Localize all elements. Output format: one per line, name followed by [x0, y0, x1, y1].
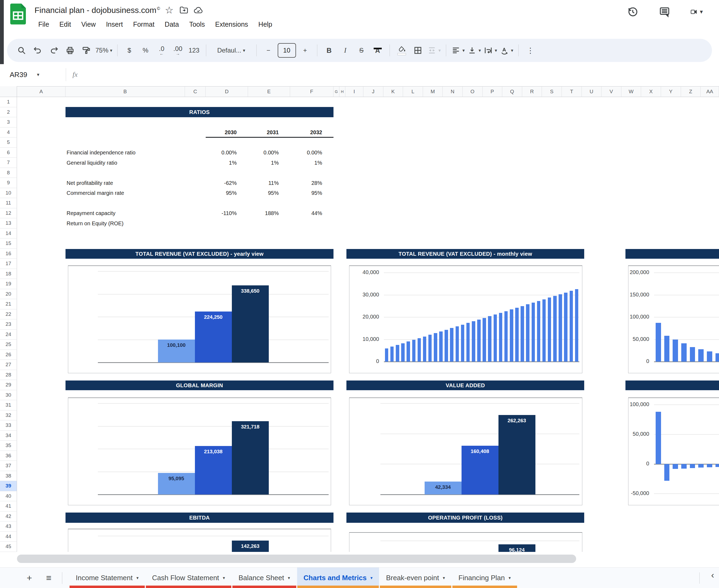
row-header-36[interactable]: 36	[0, 451, 17, 461]
chevron-down-icon[interactable]: ▾	[509, 575, 511, 581]
font-size-input[interactable]: 10	[278, 43, 296, 58]
column-header-N[interactable]: N	[443, 86, 463, 97]
text-rotation-icon[interactable]: ▾	[499, 43, 514, 58]
menu-view[interactable]: View	[77, 19, 100, 29]
cloud-saved-icon[interactable]	[193, 5, 204, 16]
column-header-J[interactable]: J	[364, 86, 383, 97]
row-header-18[interactable]: 18	[0, 269, 17, 279]
column-header-R[interactable]: R	[522, 86, 542, 97]
column-header-L[interactable]: L	[403, 86, 423, 97]
row-header-16[interactable]: 16	[0, 249, 17, 259]
borders-icon[interactable]	[411, 43, 425, 58]
column-header-Q[interactable]: Q	[502, 86, 522, 97]
text-wrap-icon[interactable]: ▾	[484, 43, 497, 58]
italic-button[interactable]: I	[338, 43, 352, 58]
row-header-7[interactable]: 7	[0, 158, 17, 168]
add-sheet-button[interactable]: +	[23, 572, 36, 584]
column-header-M[interactable]: M	[423, 86, 443, 97]
version-history-icon[interactable]	[626, 5, 639, 18]
row-header-24[interactable]: 24	[0, 330, 17, 340]
undo-icon[interactable]	[31, 43, 45, 58]
column-header-I[interactable]: I	[345, 86, 364, 97]
search-icon[interactable]	[15, 43, 28, 58]
chevron-down-icon[interactable]: ▾	[137, 575, 139, 581]
column-header-W[interactable]: W	[621, 86, 641, 97]
scroll-tabs-left-icon[interactable]: ‹	[711, 570, 714, 580]
row-header-10[interactable]: 10	[0, 188, 17, 198]
sheet-tab-break-even-point[interactable]: Break-even point▾	[379, 568, 452, 588]
chevron-down-icon[interactable]: ▾	[37, 72, 39, 78]
row-header-38[interactable]: 38	[0, 471, 17, 481]
horizontal-align-icon[interactable]: ▾	[451, 43, 465, 58]
fill-color-button[interactable]	[395, 43, 409, 58]
column-header-B[interactable]: B	[65, 86, 185, 97]
column-header-P[interactable]: P	[482, 86, 502, 97]
column-header-E[interactable]: E	[248, 86, 290, 97]
row-header-2[interactable]: 2	[0, 107, 17, 118]
row-header-43[interactable]: 43	[0, 521, 17, 532]
move-folder-icon[interactable]	[179, 5, 189, 16]
column-header-X[interactable]: X	[641, 86, 661, 97]
menu-help[interactable]: Help	[254, 19, 276, 29]
text-color-button[interactable]: A	[371, 43, 385, 58]
chart-truncated-middle[interactable]: -50,000050,000100,000	[628, 398, 719, 505]
sheet-tab-financing-plan[interactable]: Financing Plan▾	[452, 568, 517, 588]
column-header-O[interactable]: O	[463, 86, 482, 97]
document-title[interactable]: Financial plan - dojobusiness.com©	[35, 6, 160, 15]
select-all-corner[interactable]	[0, 86, 17, 97]
row-header-27[interactable]: 27	[0, 360, 17, 370]
format-currency-button[interactable]: $	[122, 43, 137, 58]
row-header-11[interactable]: 11	[0, 198, 17, 208]
row-header-29[interactable]: 29	[0, 380, 17, 390]
column-header-H[interactable]: H	[340, 86, 345, 97]
column-header-AA[interactable]: AA	[701, 86, 719, 97]
column-header-K[interactable]: K	[383, 86, 403, 97]
column-header-U[interactable]: U	[582, 86, 602, 97]
chart-value-added[interactable]: 42,334160,408262,263	[349, 398, 582, 505]
more-options-icon[interactable]: ⋮	[523, 43, 538, 58]
zoom-select[interactable]: 75%▾	[96, 43, 112, 58]
row-header-45[interactable]: 45	[0, 542, 17, 552]
chevron-down-icon[interactable]: ▾	[370, 575, 373, 581]
column-header-Y[interactable]: Y	[661, 86, 681, 97]
row-header-14[interactable]: 14	[0, 229, 17, 239]
chart-revenue-yearly[interactable]: 100,100224,250338,650	[68, 266, 331, 373]
row-header-1[interactable]: 1	[0, 97, 17, 107]
redo-icon[interactable]	[47, 43, 61, 58]
menu-data[interactable]: Data	[161, 19, 183, 29]
number-format-button[interactable]: 123	[187, 43, 201, 58]
chart-global-margin[interactable]: 95,095213,038321,718	[68, 398, 331, 505]
row-header-23[interactable]: 23	[0, 319, 17, 330]
row-header-6[interactable]: 6	[0, 148, 17, 158]
column-header-G[interactable]: G	[333, 86, 340, 97]
column-header-F[interactable]: F	[290, 86, 333, 97]
row-header-15[interactable]: 15	[0, 238, 17, 249]
row-header-8[interactable]: 8	[0, 168, 17, 178]
column-header-V[interactable]: V	[601, 86, 621, 97]
row-header-42[interactable]: 42	[0, 511, 17, 522]
row-header-22[interactable]: 22	[0, 309, 17, 320]
chevron-down-icon[interactable]: ▾	[443, 575, 445, 581]
row-header-34[interactable]: 34	[0, 430, 17, 441]
menu-file[interactable]: File	[35, 19, 53, 29]
row-header-3[interactable]: 3	[0, 117, 17, 127]
vertical-align-icon[interactable]: ▾	[467, 43, 481, 58]
menu-tools[interactable]: Tools	[185, 19, 209, 29]
row-header-17[interactable]: 17	[0, 259, 17, 269]
chevron-down-icon[interactable]: ▾	[288, 575, 290, 581]
all-sheets-button[interactable]: ≡	[43, 572, 55, 584]
sheets-logo-icon[interactable]	[10, 3, 26, 25]
row-header-26[interactable]: 26	[0, 350, 17, 360]
menu-insert[interactable]: Insert	[102, 19, 127, 29]
row-header-32[interactable]: 32	[0, 411, 17, 421]
meet-caret-icon[interactable]: ▾	[700, 8, 703, 15]
row-header-39[interactable]: 39	[0, 481, 17, 491]
chart-revenue-monthly[interactable]: 010,00020,00030,00040,000	[349, 266, 582, 373]
format-percent-button[interactable]: %	[139, 43, 152, 58]
row-header-31[interactable]: 31	[0, 400, 17, 411]
column-header-S[interactable]: S	[542, 86, 562, 97]
row-header-41[interactable]: 41	[0, 501, 17, 511]
row-header-40[interactable]: 40	[0, 491, 17, 502]
horizontal-scrollbar[interactable]	[17, 554, 576, 563]
decrease-decimals-button[interactable]: .0←	[155, 43, 169, 58]
